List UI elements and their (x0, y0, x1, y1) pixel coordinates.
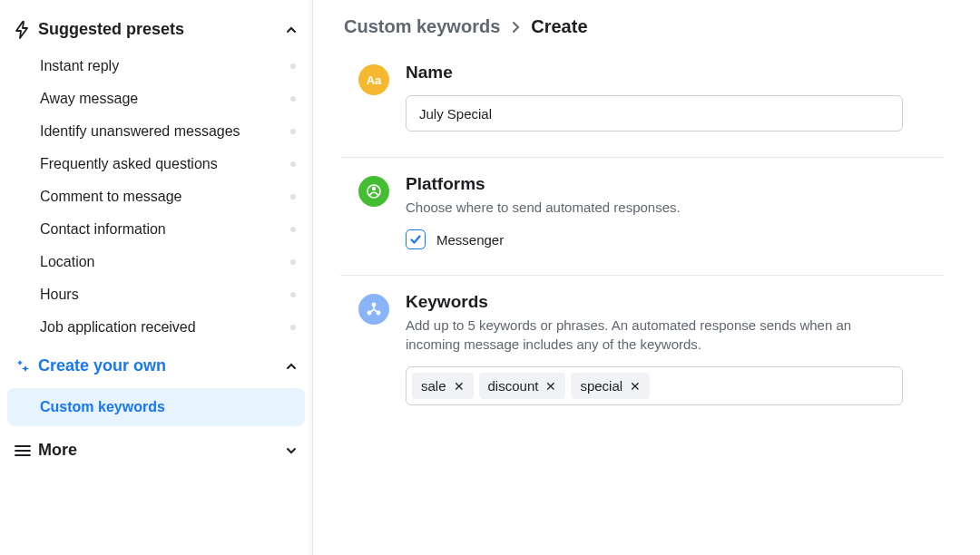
breadcrumb-current: Create (531, 16, 587, 37)
create-your-own-header[interactable]: Create your own (0, 346, 312, 386)
preset-item-contact-info[interactable]: Contact information (0, 213, 312, 246)
keywords-input[interactable]: sale ✕ discount ✕ special ✕ (406, 366, 903, 405)
chevron-up-icon (285, 360, 298, 373)
keyword-tag: discount ✕ (479, 373, 566, 399)
preset-item-location[interactable]: Location (0, 246, 312, 278)
preset-item-instant-reply[interactable]: Instant reply (0, 50, 312, 83)
preset-list: Instant reply Away message Identify unan… (0, 48, 312, 346)
sidebar: Suggested presets Instant reply Away mes… (0, 0, 313, 555)
main-content: Custom keywords Create Aa Name Platforms… (313, 0, 980, 555)
sidebar-item-custom-keywords[interactable]: Custom keywords (7, 388, 305, 426)
keywords-section: Keywords Add up to 5 keywords or phrases… (340, 276, 944, 431)
preset-item-comment-to-message[interactable]: Comment to message (0, 180, 312, 213)
status-dot (290, 325, 296, 330)
status-dot (290, 96, 296, 102)
preset-item-label: Contact information (40, 221, 166, 238)
preset-item-label: Away message (40, 91, 138, 107)
keywords-badge-icon (358, 294, 389, 325)
sidebar-item-label: Custom keywords (40, 399, 165, 414)
name-badge-text: Aa (367, 73, 382, 87)
sparkle-icon (15, 358, 38, 375)
status-dot (290, 259, 296, 265)
status-dot (290, 129, 296, 134)
preset-item-job-application[interactable]: Job application received (0, 311, 312, 344)
suggested-presets-label: Suggested presets (38, 20, 184, 39)
lightning-icon (15, 21, 38, 39)
keyword-tag-label: special (580, 378, 622, 394)
preset-item-identify-unanswered[interactable]: Identify unanswered messages (0, 115, 312, 148)
keyword-tag: sale ✕ (412, 373, 474, 399)
create-your-own-label: Create your own (38, 356, 166, 375)
preset-item-label: Frequently asked questions (40, 156, 218, 172)
preset-item-faq[interactable]: Frequently asked questions (0, 148, 312, 180)
keywords-title: Keywords (406, 292, 944, 312)
keyword-tag: special ✕ (571, 373, 650, 399)
chevron-right-icon (511, 21, 520, 34)
name-badge-icon: Aa (358, 64, 389, 95)
preset-item-label: Identify unanswered messages (40, 123, 240, 140)
svg-point-4 (372, 187, 376, 190)
preset-item-label: Job application received (40, 319, 196, 336)
messenger-label: Messenger (436, 232, 504, 248)
status-dot (290, 161, 296, 167)
status-dot (290, 63, 296, 69)
preset-item-hours[interactable]: Hours (0, 278, 312, 311)
remove-tag-icon[interactable]: ✕ (545, 380, 556, 393)
more-header[interactable]: More (0, 428, 312, 472)
keyword-tag-label: discount (488, 378, 539, 394)
more-label: More (38, 441, 77, 460)
menu-icon (15, 444, 38, 457)
keyword-tag-label: sale (421, 378, 446, 394)
breadcrumb-parent[interactable]: Custom keywords (344, 16, 500, 37)
platforms-desc: Choose where to send automated responses… (406, 198, 896, 217)
platforms-section: Platforms Choose where to send automated… (340, 158, 944, 276)
remove-tag-icon[interactable]: ✕ (454, 380, 465, 393)
preset-item-label: Location (40, 254, 95, 270)
chevron-up-icon (285, 24, 298, 36)
keywords-desc: Add up to 5 keywords or phrases. An auto… (406, 316, 896, 354)
status-dot (290, 292, 296, 297)
preset-item-label: Comment to message (40, 189, 182, 205)
chevron-down-icon (285, 444, 298, 457)
platforms-badge-icon (358, 176, 389, 207)
preset-item-away-message[interactable]: Away message (0, 83, 312, 115)
name-title: Name (406, 63, 944, 83)
name-input[interactable] (406, 95, 903, 131)
messenger-checkbox[interactable] (406, 229, 426, 249)
name-section: Aa Name (340, 63, 944, 158)
preset-item-label: Hours (40, 287, 79, 303)
remove-tag-icon[interactable]: ✕ (630, 380, 641, 393)
suggested-presets-header[interactable]: Suggested presets (0, 11, 312, 48)
status-dot (290, 194, 296, 200)
platforms-title: Platforms (406, 174, 944, 194)
preset-item-label: Instant reply (40, 58, 119, 74)
status-dot (290, 227, 296, 232)
breadcrumb: Custom keywords Create (340, 16, 944, 37)
